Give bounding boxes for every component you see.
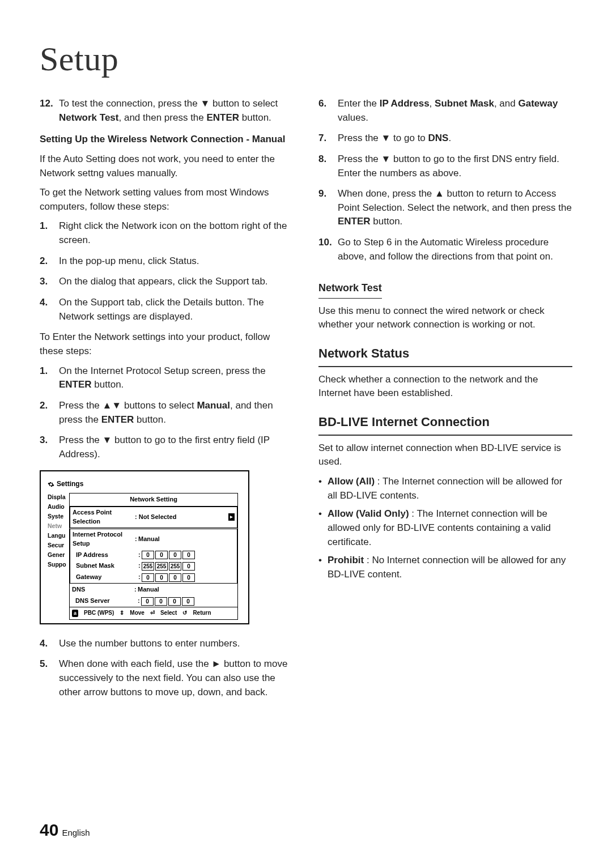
a-button-icon: a [72,610,78,617]
settings-screenshot: Settings Displa Audio Syste Netw Langu S… [40,470,249,624]
page-number: 40 [40,820,58,840]
paragraph: Use this menu to connect the wired netwo… [318,304,572,332]
paragraph: Check whether a connection to the networ… [318,373,572,401]
list-item: 10.Go to Step 6 in the Automatic Wireles… [318,236,572,263]
list-item: 2.In the pop-up menu, click Status. [40,254,294,269]
list-item: 6. Enter the IP Address, Subnet Mask, an… [318,97,572,125]
subsection-heading: Network Test [318,280,382,298]
list-item: 5. When done with each field, use the ► … [40,657,294,699]
down-icon: ▼ [200,98,210,109]
move-icon: ⇕ [120,609,124,618]
paragraph: To Enter the Network settings into your … [40,330,294,358]
step-text: To test the connection, press the ▼ butt… [59,97,294,125]
list-item: 2. Press the ▲▼ buttons to select Manual… [40,399,294,427]
settings-label: Settings [57,479,83,489]
paragraph: To get the Network setting values from m… [40,186,294,214]
paragraph: If the Auto Setting does not work, you n… [40,152,294,180]
list-item: 9. When done, press the ▲ button to retu… [318,187,572,229]
list-item: 1. On the Internet Protocol Setup screen… [40,364,294,392]
settings-panel: Network Setting Access Point Selection: … [69,493,238,620]
list-item: 3.On the dialog that appears, click the … [40,275,294,289]
list-item: 4.Use the number buttons to enter number… [40,637,294,651]
page-title: Setup [40,40,572,79]
up-icon: ▲ [435,188,444,199]
right-icon: ► [211,658,221,669]
list-item: 8. Press the ▼ button to go to the first… [318,152,572,180]
down-icon: ▼ [381,154,391,164]
section-heading: Network Status [318,344,572,367]
subsection-heading: Setting Up the Wireless Network Connecti… [40,133,294,147]
list-item: •Prohibit : No Internet connection will … [318,554,572,581]
updown-icon: ▲▼ [103,400,122,411]
list-item: 4.On the Support tab, click the Details … [40,296,294,324]
left-column: 12. To test the connection, press the ▼ … [40,97,294,706]
page-language: English [62,828,90,837]
paragraph: Set to allow internet connection when BD… [318,441,572,469]
page-footer: 40 English [40,820,90,840]
down-icon: ▼ [381,133,391,143]
return-icon: ↺ [182,609,187,618]
enter-icon: ⏎ [150,609,155,618]
step-number: 12. [40,97,59,125]
chevron-right-icon: ▸ [228,513,235,521]
section-heading: BD-LIVE Internet Connection [318,413,572,436]
content-columns: 12. To test the connection, press the ▼ … [40,97,572,706]
panel-title: Network Setting [70,493,237,507]
panel-footer: a PBC (WPS) ⇕Move ⏎Select ↺Return [70,607,237,619]
list-item: 12. To test the connection, press the ▼ … [40,97,294,125]
list-item: 3. Press the ▼ button to go to the first… [40,433,294,461]
down-icon: ▼ [103,435,112,445]
right-column: 6. Enter the IP Address, Subnet Mask, an… [318,97,572,706]
list-item: •Allow (Valid Only) : The Internet conne… [318,507,572,549]
list-item: 1.Right click the Network icon on the bo… [40,219,294,247]
list-item: •Allow (All) : The Internet connection w… [318,475,572,503]
list-item: 7. Press the ▼ to go to DNS. [318,131,572,146]
gear-icon [48,481,54,488]
settings-sidebar: Displa Audio Syste Netw Langu Secur Gene… [48,493,69,620]
